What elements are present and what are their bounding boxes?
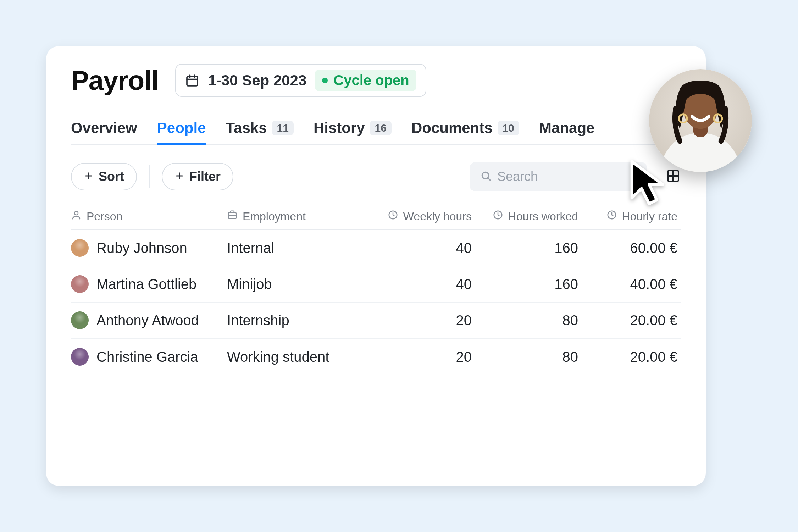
search-input[interactable] <box>497 169 636 184</box>
employment-cell: Internal <box>227 240 365 256</box>
tab-manage[interactable]: Manage <box>539 120 594 144</box>
person-cell: Anthony Atwood <box>71 311 227 329</box>
grid-icon <box>666 169 680 184</box>
table-body: Ruby Johnson Internal 40 160 60.00 € Mar… <box>71 230 681 375</box>
col-weekly-hours: Weekly hours <box>365 210 472 223</box>
employment-cell: Minijob <box>227 276 365 292</box>
plus-icon <box>174 169 184 184</box>
employment-cell: Internship <box>227 312 365 328</box>
avatar <box>71 239 89 257</box>
tab-overview[interactable]: Overview <box>71 120 137 144</box>
weekly-hours-cell: 20 <box>365 349 472 365</box>
plus-icon <box>84 169 94 184</box>
col-person: Person <box>71 210 227 223</box>
sort-label: Sort <box>99 169 124 184</box>
col-hours-worked: Hours worked <box>472 210 578 223</box>
search-box[interactable] <box>470 162 647 191</box>
calendar-icon <box>185 73 199 88</box>
table-header: Person Employment Weekly hours Hours wor… <box>71 210 681 230</box>
clock-icon <box>606 210 617 223</box>
tab-label: People <box>157 120 206 137</box>
tabs: Overview People Tasks 11 History 16 Docu… <box>71 120 681 145</box>
avatar-image <box>649 69 752 172</box>
tab-label: History <box>314 120 365 137</box>
period-selector[interactable]: 1-30 Sep 2023 Cycle open <box>175 64 426 97</box>
hours-worked-cell: 80 <box>472 349 578 365</box>
clock-icon <box>388 210 398 223</box>
filter-label: Filter <box>189 169 221 184</box>
person-name: Martina Gottlieb <box>96 276 196 292</box>
divider <box>149 165 150 188</box>
status-dot-icon <box>322 78 328 83</box>
person-icon <box>71 210 82 223</box>
person-cell: Christine Garcia <box>71 348 227 366</box>
weekly-hours-cell: 40 <box>365 240 472 256</box>
hourly-rate-cell: 60.00 € <box>578 240 677 256</box>
tab-count-badge: 11 <box>272 121 294 135</box>
hourly-rate-cell: 20.00 € <box>578 312 677 328</box>
table-row[interactable]: Martina Gottlieb Minijob 40 160 40.00 € <box>71 266 681 303</box>
period-range: 1-30 Sep 2023 <box>208 72 306 89</box>
hours-worked-cell: 160 <box>472 276 578 292</box>
tab-label: Tasks <box>226 120 267 137</box>
employment-cell: Working student <box>227 349 365 365</box>
hours-worked-cell: 80 <box>472 312 578 328</box>
tab-documents[interactable]: Documents 10 <box>411 120 519 144</box>
header-row: Payroll 1-30 Sep 2023 Cycle open <box>71 64 681 97</box>
layout-toggle-button[interactable] <box>665 169 681 184</box>
col-employment: Employment <box>227 210 365 223</box>
tab-people[interactable]: People <box>157 120 206 144</box>
payroll-card: Payroll 1-30 Sep 2023 Cycle open Overvie… <box>46 46 706 486</box>
briefcase-icon <box>227 210 238 223</box>
page-title: Payroll <box>71 65 158 96</box>
tab-tasks[interactable]: Tasks 11 <box>226 120 294 144</box>
person-cell: Martina Gottlieb <box>71 275 227 293</box>
hours-worked-cell: 160 <box>472 240 578 256</box>
search-icon <box>480 170 492 183</box>
toolbar: Sort Filter <box>71 162 681 191</box>
hourly-rate-cell: 40.00 € <box>578 276 677 292</box>
tab-label: Documents <box>411 120 493 137</box>
table-row[interactable]: Anthony Atwood Internship 20 80 20.00 € <box>71 303 681 339</box>
svg-point-3 <box>74 211 78 215</box>
table-row[interactable]: Christine Garcia Working student 20 80 2… <box>71 339 681 375</box>
user-avatar[interactable] <box>649 69 752 172</box>
person-name: Ruby Johnson <box>96 240 187 256</box>
cycle-status-label: Cycle open <box>333 72 409 88</box>
tab-label: Manage <box>539 120 594 137</box>
weekly-hours-cell: 20 <box>365 312 472 328</box>
table-row[interactable]: Ruby Johnson Internal 40 160 60.00 € <box>71 230 681 266</box>
avatar <box>71 275 89 293</box>
person-cell: Ruby Johnson <box>71 239 227 257</box>
clock-icon <box>493 210 503 223</box>
person-name: Anthony Atwood <box>96 312 199 328</box>
tab-count-badge: 16 <box>370 121 392 135</box>
tab-count-badge: 10 <box>498 121 519 135</box>
col-hourly-rate: Hourly rate <box>578 210 677 223</box>
cycle-status-badge: Cycle open <box>315 70 416 91</box>
svg-rect-0 <box>187 76 198 86</box>
cursor-icon <box>628 160 667 207</box>
tab-history[interactable]: History 16 <box>314 120 392 144</box>
avatar <box>71 311 89 329</box>
hourly-rate-cell: 20.00 € <box>578 349 677 365</box>
avatar <box>71 348 89 366</box>
weekly-hours-cell: 40 <box>365 276 472 292</box>
filter-button[interactable]: Filter <box>162 163 233 190</box>
person-name: Christine Garcia <box>96 349 198 365</box>
tab-label: Overview <box>71 120 137 137</box>
sort-button[interactable]: Sort <box>71 163 137 190</box>
